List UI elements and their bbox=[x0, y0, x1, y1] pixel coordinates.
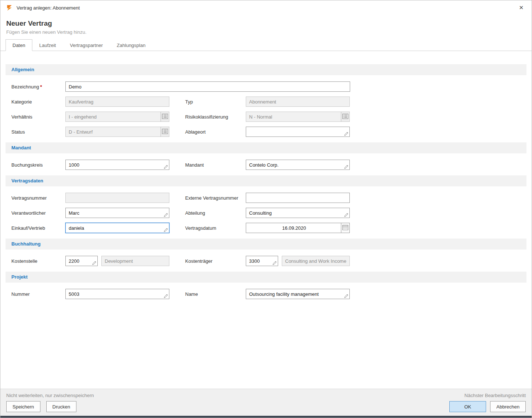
row-kategorie-typ: Kategorie Typ bbox=[0, 97, 532, 107]
row-verantwortlicher-abteilung: Verantwortlicher Abteilung bbox=[0, 208, 532, 218]
list-icon bbox=[342, 114, 348, 120]
calendar-icon bbox=[342, 225, 348, 231]
row-kostenstelle-kostentraeger: Kostenstelle Kostenträger bbox=[0, 256, 532, 266]
edit-pencil-icon[interactable] bbox=[163, 294, 168, 298]
section-buchhaltung: Buchhaltung bbox=[6, 239, 526, 250]
close-icon[interactable]: ✕ bbox=[516, 4, 526, 12]
verhaeltnis-field bbox=[65, 112, 169, 122]
section-allgemein: Allgemein bbox=[6, 64, 526, 75]
footer-left-note: Nicht weiterleiten, nur zwischenspeicher… bbox=[6, 393, 94, 398]
section-mandant: Mandant bbox=[6, 142, 526, 153]
externe-vertragsnummer-field bbox=[246, 193, 350, 203]
status-label: Status bbox=[6, 129, 65, 135]
ablageort-field bbox=[246, 127, 350, 137]
mandant-label: Mandant bbox=[185, 162, 246, 168]
kostenstelle-label: Kostenstelle bbox=[6, 258, 65, 264]
status-field bbox=[65, 127, 169, 137]
tab-laufzeit[interactable]: Laufzeit bbox=[32, 39, 63, 51]
row-buchungskreis-mandant: Buchungskreis Mandant bbox=[0, 160, 532, 170]
name-label: Name bbox=[185, 291, 246, 297]
row-nummer-name: Nummer Name bbox=[0, 289, 532, 299]
abteilung-label: Abteilung bbox=[185, 210, 246, 216]
ablageort-input[interactable] bbox=[246, 127, 350, 137]
externe-vertragsnummer-input[interactable] bbox=[246, 193, 350, 203]
typ-label: Typ bbox=[185, 99, 246, 105]
bezeichnung-label: Bezeichnung* bbox=[6, 84, 65, 90]
mandant-input[interactable] bbox=[246, 160, 350, 170]
edit-pencil-icon[interactable] bbox=[344, 294, 349, 298]
page-title: Neuer Vertrag bbox=[6, 19, 526, 28]
ablageort-label: Ablageort bbox=[185, 129, 246, 135]
edit-pencil-icon[interactable] bbox=[163, 212, 168, 217]
verantwortlicher-input[interactable] bbox=[65, 208, 169, 218]
verhaeltnis-list-button[interactable] bbox=[161, 112, 169, 121]
verantwortlicher-label: Verantwortlicher bbox=[6, 210, 65, 216]
vertragsdatum-input[interactable] bbox=[246, 223, 350, 233]
externe-vertragsnummer-label: Externe Vertragsnummer bbox=[185, 195, 246, 201]
ok-button[interactable]: OK bbox=[449, 401, 486, 412]
edit-pencil-icon[interactable] bbox=[92, 261, 97, 265]
titlebar: Vertrag anlegen: Abonnement ✕ bbox=[0, 0, 532, 15]
save-button[interactable]: Speichern bbox=[6, 401, 40, 412]
kostentraeger-name-field bbox=[282, 256, 350, 266]
footer-right-note: Nächster Bearbeitungsschritt bbox=[464, 393, 526, 398]
risikoklassifizierung-label: Risikoklassifizierung bbox=[185, 114, 246, 120]
kostentraeger-label: Kostenträger bbox=[185, 258, 246, 264]
nummer-label: Nummer bbox=[6, 291, 65, 297]
vertragsnummer-input bbox=[65, 193, 169, 203]
edit-pencil-icon[interactable] bbox=[163, 164, 168, 169]
vertragsnummer-label: Vertragsnummer bbox=[6, 195, 65, 201]
nummer-input[interactable] bbox=[65, 289, 169, 299]
name-input[interactable] bbox=[246, 289, 350, 299]
tab-vertragspartner[interactable]: Vertragspartner bbox=[63, 39, 110, 51]
tab-daten[interactable]: Daten bbox=[6, 39, 32, 51]
row-bezeichnung: Bezeichnung* bbox=[0, 81, 532, 92]
edit-pencil-icon[interactable] bbox=[344, 131, 349, 136]
required-asterisk: * bbox=[40, 84, 42, 90]
bezeichnung-field bbox=[65, 81, 350, 92]
kategorie-label: Kategorie bbox=[6, 99, 65, 105]
page-header: Neuer Vertrag Fügen Sie einen neuen Vert… bbox=[0, 15, 532, 35]
window-title: Vertrag anlegen: Abonnement bbox=[17, 5, 80, 11]
row-vertragsnummer-extern: Vertragsnummer Externe Vertragsnummer bbox=[0, 193, 532, 203]
tab-zahlungsplan[interactable]: Zahlungsplan bbox=[110, 39, 152, 51]
section-projekt: Projekt bbox=[6, 272, 526, 283]
edit-pencil-icon[interactable] bbox=[344, 212, 349, 217]
contract-dialog-window: Vertrag anlegen: Abonnement ✕ Neuer Vert… bbox=[0, 0, 532, 418]
row-einkauf-vertragsdatum: Einkauf/Vertrieb Vertragsdatum bbox=[0, 223, 532, 233]
footer: Nicht weiterleiten, nur zwischenspeicher… bbox=[0, 389, 532, 418]
buchungskreis-input[interactable] bbox=[65, 160, 169, 170]
list-icon bbox=[162, 114, 168, 120]
buchungskreis-field bbox=[65, 160, 169, 170]
vertragsdatum-label: Vertragsdatum bbox=[185, 225, 246, 231]
kostentraeger-name-input bbox=[282, 256, 350, 266]
risikoklassifizierung-input[interactable] bbox=[246, 112, 350, 122]
edit-pencil-icon[interactable] bbox=[344, 164, 349, 169]
abteilung-input[interactable] bbox=[246, 208, 350, 218]
edit-pencil-icon[interactable] bbox=[272, 261, 277, 265]
bezeichnung-input[interactable] bbox=[65, 81, 350, 92]
verhaeltnis-input[interactable] bbox=[65, 112, 169, 122]
cancel-button[interactable]: Abbrechen bbox=[490, 401, 526, 412]
section-vertragsdaten: Vertragsdaten bbox=[6, 175, 526, 186]
kostenstelle-name-input bbox=[101, 256, 169, 266]
print-button[interactable]: Drucken bbox=[46, 401, 76, 412]
verhaeltnis-label: Verhältnis bbox=[6, 114, 65, 120]
einkauf-vertrieb-input[interactable] bbox=[65, 223, 169, 233]
kategorie-field bbox=[65, 97, 169, 107]
verantwortlicher-field bbox=[65, 208, 169, 218]
status-list-button[interactable] bbox=[161, 127, 169, 137]
vertragsdatum-calendar-button[interactable] bbox=[341, 223, 349, 233]
row-status-ablageort: Status Ablageort bbox=[0, 127, 532, 137]
kostenstelle-field bbox=[65, 256, 98, 266]
risikoklassifizierung-field bbox=[246, 112, 350, 122]
row-verhaeltnis-risiko: Verhältnis Risikoklassifizierung bbox=[0, 112, 532, 122]
vertragsdatum-field bbox=[246, 223, 350, 233]
buchungskreis-label: Buchungskreis bbox=[6, 162, 65, 168]
risikoklassifizierung-list-button[interactable] bbox=[341, 112, 349, 121]
status-input[interactable] bbox=[65, 127, 169, 137]
list-icon bbox=[162, 129, 168, 135]
tab-bar: Daten Laufzeit Vertragspartner Zahlungsp… bbox=[0, 39, 532, 51]
edit-pencil-icon[interactable] bbox=[163, 228, 168, 232]
einkauf-vertrieb-field bbox=[65, 223, 169, 233]
